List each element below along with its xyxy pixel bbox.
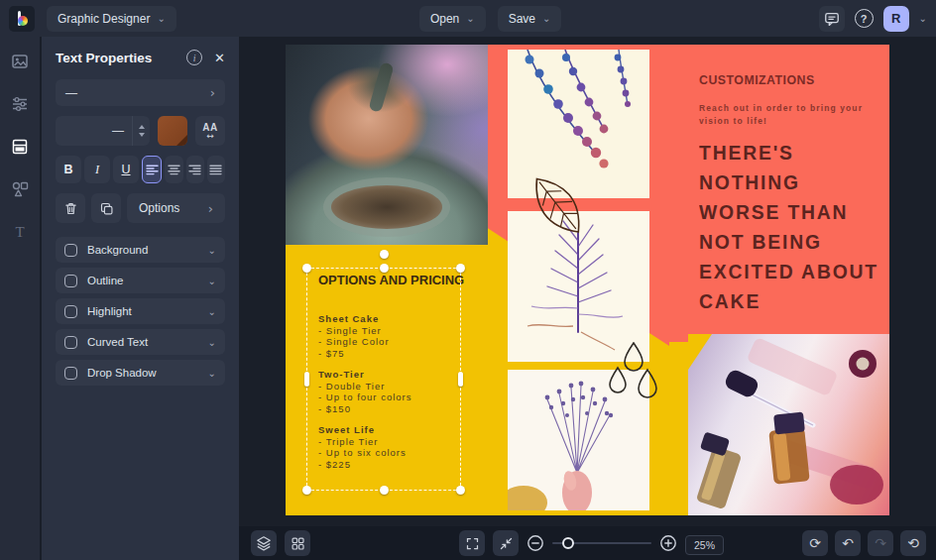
customizations-subtext[interactable]: Reach out in order to bring your vision … xyxy=(699,102,873,128)
save-button[interactable]: Save ⌄ xyxy=(498,6,562,32)
vials-photo-art xyxy=(688,334,889,515)
statement-line: CAKE xyxy=(699,286,881,316)
curved-text-checkbox[interactable] xyxy=(64,336,77,349)
delete-button[interactable] xyxy=(56,193,85,223)
toggle-label: Outline xyxy=(87,275,208,286)
font-family-select[interactable]: — › xyxy=(56,79,225,106)
adjustments-tab[interactable] xyxy=(11,95,29,113)
avatar-initial: R xyxy=(891,11,900,26)
fit-screen-icon xyxy=(499,536,514,551)
font-size-input[interactable]: — xyxy=(56,116,150,146)
vials-photo[interactable] xyxy=(688,334,889,515)
align-right-button[interactable] xyxy=(186,156,204,183)
drop-shadow-checkbox[interactable] xyxy=(64,367,77,380)
text-tab[interactable]: T xyxy=(11,223,29,241)
text-properties-panel: Text Properties i ✕ — › — AA ↔ B I U xyxy=(42,37,239,560)
statement-line: WORSE THAN xyxy=(699,197,881,227)
resize-handle-left[interactable] xyxy=(304,372,309,387)
feedback-button[interactable] xyxy=(819,6,845,32)
befunky-logo-icon[interactable] xyxy=(9,6,35,32)
account-chevron-down-icon[interactable]: ⌄ xyxy=(919,14,927,24)
close-icon[interactable]: ✕ xyxy=(214,51,225,65)
trash-icon xyxy=(63,201,78,216)
chevron-down-icon: ⌄ xyxy=(466,14,474,24)
bold-button[interactable]: B xyxy=(56,156,81,183)
italic-button[interactable]: I xyxy=(84,156,110,183)
user-avatar[interactable]: R xyxy=(883,6,909,32)
svg-text:T: T xyxy=(15,224,24,240)
bottombar-left-group xyxy=(251,530,310,556)
fit-to-screen-button[interactable] xyxy=(493,530,519,556)
undo-icon: ↶ xyxy=(842,536,854,550)
undo-button[interactable]: ↶ xyxy=(835,530,861,556)
zoom-slider[interactable] xyxy=(552,530,651,556)
toggle-curved-text[interactable]: Curved Text ⌄ xyxy=(56,329,225,355)
customizations-heading[interactable]: CUSTOMIZATIONS xyxy=(699,72,815,87)
image-manager-tab[interactable] xyxy=(11,53,29,70)
options-label: Options xyxy=(139,201,208,215)
comment-icon xyxy=(824,11,840,27)
graphics-shapes-tab[interactable] xyxy=(11,180,29,198)
chevron-down-icon: ⌄ xyxy=(542,14,550,24)
justify-button[interactable] xyxy=(207,156,225,183)
resize-handle-top-right[interactable] xyxy=(456,264,465,273)
text-color-swatch[interactable] xyxy=(158,116,187,146)
align-center-button[interactable] xyxy=(165,156,182,183)
toggle-label: Background xyxy=(87,244,208,256)
history-icon: ⟲ xyxy=(907,536,919,550)
info-icon[interactable]: i xyxy=(186,50,202,65)
duplicate-button[interactable] xyxy=(91,193,121,223)
grid-view-button[interactable] xyxy=(285,530,310,556)
eucalyptus-art-panel[interactable] xyxy=(508,50,649,198)
resize-handle-bottom-right[interactable] xyxy=(456,486,465,495)
underline-button[interactable]: U xyxy=(113,156,139,183)
options-dropdown[interactable]: Options › xyxy=(127,193,225,223)
top-bar: Graphic Designer ⌄ Open ⌄ Save ⌄ ? R ⌄ xyxy=(0,0,936,37)
templates-tab-active[interactable] xyxy=(11,138,29,156)
background-checkbox[interactable] xyxy=(64,244,77,257)
resize-handle-bottom-left[interactable] xyxy=(302,486,311,495)
droplets-doodle-art[interactable] xyxy=(605,342,662,405)
toggle-drop-shadow[interactable]: Drop Shadow ⌄ xyxy=(56,360,225,386)
layers-button[interactable] xyxy=(251,530,277,556)
outline-checkbox[interactable] xyxy=(64,275,77,287)
design-canvas[interactable]: CUSTOMIZATIONS Reach out in order to bri… xyxy=(286,45,889,515)
bottombar-right-group: ⟳ ↶ ↷ ⟲ xyxy=(802,530,926,556)
reset-button[interactable]: ⟳ xyxy=(802,530,828,556)
font-size-stepper[interactable] xyxy=(132,116,150,146)
statement-text[interactable]: THERE'S NOTHING WORSE THAN NOT BEING EXC… xyxy=(699,138,881,316)
resize-handle-right[interactable] xyxy=(458,372,463,387)
mortar-pestle-photo[interactable] xyxy=(286,45,488,245)
toggle-background[interactable]: Background ⌄ xyxy=(56,237,225,263)
grid-icon xyxy=(291,536,305,551)
app-mode-dropdown[interactable]: Graphic Designer ⌄ xyxy=(47,6,176,32)
tool-rail: T xyxy=(0,37,41,560)
toggle-outline[interactable]: Outline ⌄ xyxy=(56,268,225,293)
help-button[interactable]: ? xyxy=(855,9,874,28)
highlight-checkbox[interactable] xyxy=(64,305,77,318)
chevron-down-icon: ⌄ xyxy=(208,276,216,286)
zoom-out-button[interactable] xyxy=(526,534,544,552)
rotate-handle[interactable] xyxy=(380,250,389,259)
resize-handle-top-center[interactable] xyxy=(380,264,389,273)
statement-line: NOTHING xyxy=(699,168,881,197)
app-mode-label: Graphic Designer xyxy=(58,12,150,26)
zoom-level-field[interactable]: 25% xyxy=(685,535,724,555)
zoom-slider-knob[interactable] xyxy=(562,537,574,549)
redo-button[interactable]: ↷ xyxy=(868,530,893,556)
resize-handle-top-left[interactable] xyxy=(302,264,311,273)
font-size-value: — xyxy=(56,124,132,138)
toggle-highlight[interactable]: Highlight ⌄ xyxy=(56,298,225,324)
resize-handle-bottom-center[interactable] xyxy=(380,486,389,495)
toggle-label: Curved Text xyxy=(87,336,208,348)
stepper-down-icon[interactable] xyxy=(139,133,145,137)
text-selection-box[interactable] xyxy=(306,268,461,491)
letter-spacing-button[interactable]: AA ↔ xyxy=(195,116,225,146)
zoom-in-button[interactable] xyxy=(659,534,677,552)
align-left-button[interactable] xyxy=(142,156,162,183)
stepper-up-icon[interactable] xyxy=(139,125,145,129)
history-button[interactable]: ⟲ xyxy=(900,530,926,556)
fullscreen-button[interactable] xyxy=(459,530,485,556)
toggle-label: Drop Shadow xyxy=(87,367,208,379)
open-button[interactable]: Open ⌄ xyxy=(419,6,486,32)
